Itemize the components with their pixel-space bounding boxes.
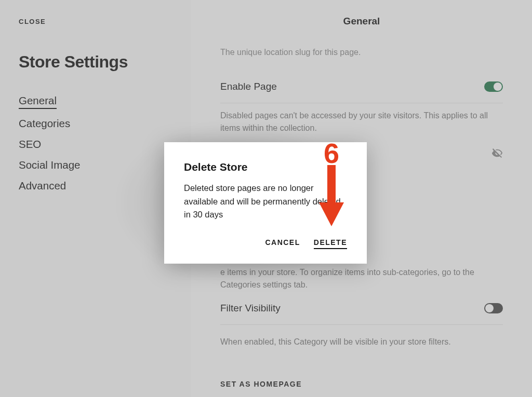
delete-store-modal: Delete Store Deleted store pages are no … [164,142,367,264]
categories-help-text: e items in your store. To organize items… [220,266,503,291]
slug-hint-text: The unique location slug for this page. [220,48,503,57]
filter-visibility-label: Filter Visibility [220,303,281,314]
enable-page-help: Disabled pages can't be accessed by your… [220,109,503,134]
sidebar: CLOSE Store Settings General Categories … [0,0,191,397]
divider [220,324,503,325]
sidebar-item-categories[interactable]: Categories [19,117,172,130]
visibility-off-icon[interactable] [491,147,503,161]
sidebar-item-seo[interactable]: SEO [19,138,172,150]
sidebar-item-social-image[interactable]: Social Image [19,159,172,171]
modal-title: Delete Store [184,161,347,173]
main-header-title: General [220,0,503,27]
divider [220,103,503,103]
delete-confirm-button[interactable]: DELETE [314,238,347,249]
cancel-button[interactable]: CANCEL [265,238,300,249]
page-title: Store Settings [19,52,172,72]
set-as-homepage-button[interactable]: SET AS HOMEPAGE [220,380,503,388]
sidebar-item-advanced[interactable]: Advanced [19,180,172,192]
modal-body-text: Deleted store pages are no longer availa… [184,182,347,222]
modal-actions: CANCEL DELETE [184,238,347,249]
enable-page-label: Enable Page [220,81,277,92]
sidebar-item-general[interactable]: General [19,94,57,109]
enable-page-toggle[interactable] [484,81,503,92]
filter-visibility-toggle[interactable] [484,303,503,313]
sidebar-nav: General Categories SEO Social Image Adva… [19,94,172,192]
close-button[interactable]: CLOSE [19,18,172,25]
filter-visibility-help: When enabled, this Category will be visi… [220,337,503,347]
